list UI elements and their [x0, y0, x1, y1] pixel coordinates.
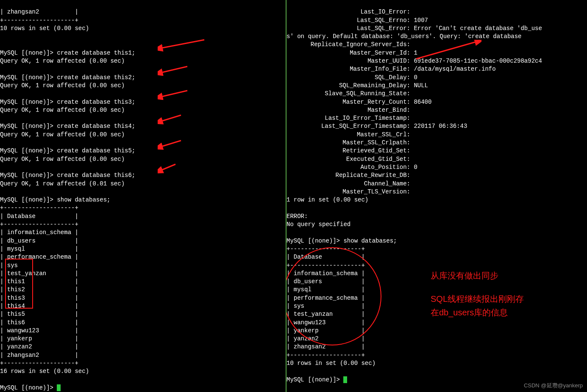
svg-line-4	[160, 141, 181, 147]
table-row: | zhangsan2 |	[287, 343, 365, 350]
annotation-text: SQL线程继续报出刚刚存 在db_users库的信息	[431, 292, 524, 319]
table-row: | yankerp |	[0, 335, 78, 342]
arrow-icon	[158, 146, 179, 190]
status-line: Replicate_Rewrite_DB:	[287, 172, 410, 179]
status-line: Last_SQL_Error_Timestamp: 220117 06:36:4…	[287, 123, 467, 130]
table-row: | this2 |	[0, 286, 78, 293]
table-row: | this6 |	[0, 319, 78, 326]
one-row: 1 row in set (0.00 sec)	[287, 196, 368, 203]
table-row: | this3 |	[0, 295, 78, 301]
table-row: | wangwu123 |	[0, 327, 78, 334]
svg-line-3	[160, 115, 181, 121]
table-row: | yankerp |	[287, 327, 365, 334]
table-border: +--------------------+	[0, 360, 78, 367]
status-line: Replicate_Ignore_Server_Ids:	[287, 41, 410, 48]
footer: 10 rows in set (0.00 sec)	[287, 360, 376, 367]
terminal-text: | zhangsan2 | +--------------------+ 10 …	[0, 8, 89, 32]
status-line: Last_SQL_Error: Error 'Can't create data…	[287, 25, 542, 32]
annotation-text: 从库没有做出同步	[431, 269, 498, 282]
table-row: | this1 |	[0, 278, 78, 285]
table-border: +--------------------+	[287, 352, 365, 359]
status-line: Master_UUID: 691ede37-7085-11ec-bbac-000…	[287, 58, 542, 64]
status-line: Master_Retry_Count: 86400	[287, 99, 431, 105]
arrow-icon	[158, 123, 185, 166]
table-row: | sys |	[0, 262, 78, 269]
status-line: Master_TLS_Version:	[287, 188, 410, 195]
status-line: Auto_Position: 0	[287, 164, 417, 171]
prompt: MySQL [(none)]>	[287, 376, 343, 383]
split-container: | zhangsan2 | +--------------------+ 10 …	[0, 0, 587, 392]
arrow-icon	[158, 22, 209, 68]
table-row: | performance_schema |	[287, 295, 365, 301]
status-line: Slave_SQL_Running_State:	[287, 90, 410, 97]
error-block: ERROR: No query specified	[287, 213, 351, 228]
arrow-icon	[158, 49, 192, 92]
table-border: +--------------------+	[0, 221, 78, 228]
arrow-icon	[158, 97, 185, 141]
status-wrap: s' on query. Default database: 'db_users…	[287, 33, 525, 40]
svg-line-6	[416, 41, 477, 59]
table-row: | sys |	[287, 303, 365, 309]
status-line: Executed_Gtid_Set:	[287, 156, 410, 163]
table-row: | mysql |	[0, 246, 78, 252]
svg-line-5	[160, 164, 175, 171]
status-line: Last_SQL_Errno: 1007	[287, 17, 428, 24]
watermark: CSDN @延瓒@yankerp	[524, 382, 583, 389]
status-line: SQL_Remaining_Delay: NULL	[287, 82, 428, 89]
table-row: | zhangsan2 |	[0, 352, 78, 359]
table-row: | test_yanzan |	[287, 311, 365, 317]
table-row: | this5 |	[0, 311, 78, 317]
status-line: Master_Bind:	[287, 107, 410, 113]
table-header: | Database |	[0, 213, 78, 220]
status-line: Master_Info_File: /data/mysql/master.inf…	[287, 66, 496, 72]
table-row: | db_users |	[0, 237, 78, 244]
svg-line-2	[160, 91, 187, 97]
status-line: Last_IO_Error_Timestamp:	[287, 115, 410, 121]
status-line: Master_SSL_Crl:	[287, 131, 410, 138]
arrow-icon	[158, 73, 192, 116]
table-header: | Database |	[287, 254, 365, 260]
table-row: | information_schema |	[0, 229, 78, 236]
table-row: | performance_schema |	[0, 254, 78, 260]
prompt: MySQL [(none)]>	[0, 384, 57, 391]
status-line: Master_Server_Id: 1	[287, 50, 417, 56]
status-line: Retrieved_Gtid_Set:	[287, 147, 410, 154]
footer: 16 rows in set (0.00 sec)	[0, 368, 89, 375]
cmd: MySQL [(none)]> create database this1; Q…	[0, 50, 135, 187]
right-terminal[interactable]: Last_IO_Error: Last_SQL_Errno: 1007 Last…	[287, 0, 587, 392]
cursor-icon	[343, 376, 347, 383]
table-row: | test_yanzan |	[0, 270, 78, 277]
left-terminal[interactable]: | zhangsan2 | +--------------------+ 10 …	[0, 0, 287, 392]
table-row: | yanzan2 |	[0, 343, 78, 350]
status-line: SQL_Delay: 0	[287, 74, 417, 81]
table-row: | wangwu123 |	[287, 319, 365, 326]
table-border: +--------------------+	[287, 262, 365, 269]
table-row: | information_schema |	[287, 270, 365, 277]
show-cmd: MySQL [(none)]> show databases;	[287, 237, 397, 244]
table-border: +--------------------+	[0, 204, 78, 211]
table-row: | db_users |	[287, 278, 365, 285]
svg-line-1	[160, 66, 187, 73]
status-line: Last_IO_Error:	[287, 8, 410, 15]
cursor-icon	[57, 384, 61, 391]
table-row: | mysql |	[287, 286, 365, 293]
status-line: Master_SSL_Crlpath:	[287, 139, 410, 146]
table-border: +--------------------+	[287, 246, 365, 252]
table-row: | yanzan2 |	[287, 335, 365, 342]
status-line: Channel_Name:	[287, 180, 410, 187]
table-row: | this4 |	[0, 303, 78, 309]
show-cmd: MySQL [(none)]> show databases;	[0, 196, 110, 203]
svg-line-0	[160, 40, 204, 48]
